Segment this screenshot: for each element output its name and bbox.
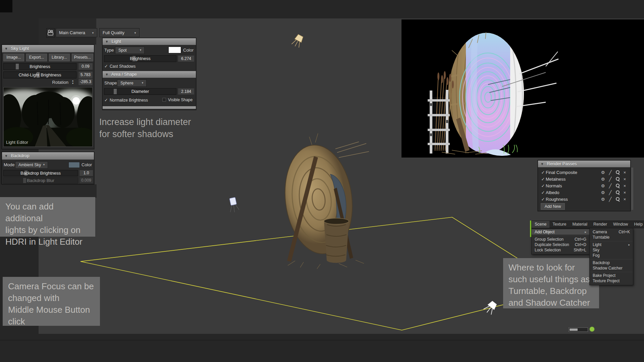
magnifier-icon[interactable]: [615, 183, 620, 188]
visible-shape-checkbox[interactable]: Visible Shape: [162, 98, 193, 102]
check-icon[interactable]: ✓: [540, 190, 546, 195]
target-model-3d[interactable]: [279, 133, 369, 269]
magnifier-icon[interactable]: [615, 177, 620, 181]
render-passes-header[interactable]: ▼ Render Passes: [538, 161, 630, 167]
gear-icon[interactable]: ⚙: [600, 197, 605, 202]
library-button[interactable]: Library...: [49, 54, 70, 61]
backdrop-panel-header[interactable]: ▼ Backdrop: [2, 152, 94, 160]
menu-item-label: Camera: [593, 229, 607, 235]
pencil-icon[interactable]: ╱: [608, 170, 613, 175]
light-panel: ▼ Light Type Spot ▼ Color Brightness 6.2…: [102, 38, 196, 110]
spot-light-gizmo-top[interactable]: [291, 34, 304, 48]
close-icon[interactable]: ×: [622, 170, 627, 175]
image-button[interactable]: Image...: [3, 54, 24, 61]
pass-row-roughness[interactable]: ✓ Roughness ⚙╱×: [538, 196, 630, 202]
rotation-value[interactable]: -285.3: [78, 78, 93, 85]
check-icon[interactable]: ✓: [540, 197, 546, 202]
menu-item-add-object[interactable]: Add Object ▸: [532, 229, 589, 235]
sky-brightness-slider[interactable]: Brightness: [3, 63, 76, 70]
collapsed-section-header[interactable]: [103, 106, 196, 109]
quality-select[interactable]: Full Quality ▼: [99, 28, 140, 37]
menu-item-texture-project[interactable]: Texture Project: [590, 278, 633, 284]
cast-shadows-checkbox[interactable]: ✓Cast Shadows: [104, 64, 136, 69]
normalize-brightness-checkbox[interactable]: ✓Normalize Brightness: [104, 98, 148, 103]
menu-texture[interactable]: Texture: [549, 221, 569, 228]
pencil-icon[interactable]: ╱: [608, 190, 613, 195]
area-shape-header[interactable]: ▼ Area / Shape: [103, 71, 196, 78]
check-icon[interactable]: ✓: [540, 183, 546, 188]
light-color-swatch[interactable]: [168, 47, 181, 53]
add-new-button[interactable]: Add New: [541, 203, 565, 210]
camera-select[interactable]: Main Camera ▼: [56, 28, 97, 37]
menu-item-light[interactable]: Light ▸: [590, 242, 633, 247]
slider-handle[interactable]: [16, 64, 19, 69]
menu-separator: [590, 259, 633, 259]
stepper-down-icon[interactable]: ▾: [70, 82, 75, 85]
magnifier-icon[interactable]: [615, 197, 620, 201]
menu-item-duplicate-selection[interactable]: Duplicate Selection Ctrl+D: [532, 242, 589, 247]
gear-icon[interactable]: ⚙: [600, 190, 605, 195]
camera-tool-button[interactable]: [46, 28, 55, 38]
menu-item-label: Light: [593, 242, 601, 247]
pencil-icon[interactable]: ╱: [608, 183, 613, 188]
hdri-preview[interactable]: Light Editor: [3, 87, 93, 147]
menu-item-turntable[interactable]: Turntable: [590, 235, 633, 240]
light-panel-header[interactable]: ▼ Light: [103, 38, 196, 45]
slider-handle[interactable]: [114, 89, 117, 94]
backdrop-brightness-slider[interactable]: Backdrop Brightness: [3, 170, 78, 176]
close-icon[interactable]: ×: [622, 177, 627, 182]
menu-item-sky[interactable]: Sky: [590, 247, 633, 253]
pass-label: Normals: [546, 183, 562, 188]
child-light-brightness-slider[interactable]: Child-Light Brightness: [3, 71, 76, 78]
close-icon[interactable]: ×: [622, 197, 627, 202]
menu-item-label: Lock Selection: [535, 247, 561, 253]
presets-button[interactable]: Presets...: [72, 54, 93, 61]
magnifier-icon[interactable]: [615, 170, 620, 175]
export-button[interactable]: Export...: [26, 54, 47, 61]
diameter-value[interactable]: 2.184: [178, 88, 195, 95]
menu-material[interactable]: Material: [569, 221, 590, 228]
gear-icon[interactable]: ⚙: [600, 183, 605, 188]
pass-row-albedo[interactable]: ✓ Albedo ⚙╱×: [538, 189, 630, 196]
area-light-gizmo-left[interactable]: [227, 197, 239, 213]
backdrop-brightness-value[interactable]: 1.0: [79, 170, 93, 176]
menu-window[interactable]: Window: [610, 221, 631, 228]
sky-light-panel-header[interactable]: ▼ Sky Light: [2, 45, 94, 52]
menu-render[interactable]: Render: [590, 221, 610, 228]
menu-help[interactable]: Help: [631, 221, 644, 228]
backdrop-color-swatch[interactable]: [68, 162, 80, 168]
check-icon[interactable]: ✓: [540, 170, 546, 175]
light-type-select[interactable]: Spot ▼: [115, 47, 145, 54]
pencil-icon[interactable]: ╱: [608, 197, 613, 202]
menu-item-bake-project[interactable]: Bake Project: [590, 273, 633, 278]
panel-title: Light: [112, 39, 121, 44]
close-icon[interactable]: ×: [622, 183, 627, 188]
menu-scene[interactable]: Scene: [532, 221, 549, 228]
light-brightness-value[interactable]: 6.274: [178, 55, 195, 62]
magnifier-icon[interactable]: [615, 190, 620, 195]
light-brightness-slider[interactable]: Brightness: [104, 55, 176, 62]
gear-icon[interactable]: ⚙: [600, 177, 605, 182]
rotation-stepper[interactable]: ▴ ▾: [70, 79, 75, 85]
check-icon[interactable]: ✓: [540, 177, 546, 182]
pass-row-metalness[interactable]: ✓ Metalness ⚙╱×: [538, 176, 630, 182]
menu-item-camera[interactable]: Camera Ctrl+K: [590, 229, 633, 235]
slider-label: Brightness: [130, 56, 150, 61]
backdrop-mode-select[interactable]: Ambient Sky ▼: [15, 161, 48, 169]
shape-select[interactable]: Sphere ▼: [117, 79, 147, 87]
gear-icon[interactable]: ⚙: [600, 170, 605, 175]
close-icon[interactable]: ×: [622, 190, 627, 195]
annotation-line: Middle Mouse Button: [8, 304, 95, 316]
child-light-brightness-value[interactable]: 5.783: [78, 71, 93, 78]
pass-row-final-composite[interactable]: ✓ Final Composite ⚙╱×: [538, 169, 630, 176]
pencil-icon[interactable]: ╱: [608, 177, 613, 182]
diameter-slider[interactable]: Diameter: [104, 88, 176, 95]
checkbox-empty[interactable]: [162, 98, 166, 102]
pass-row-normals[interactable]: ✓ Normals ⚙╱×: [538, 182, 630, 189]
menu-item-shadow-catcher[interactable]: Shadow Catcher: [590, 265, 633, 271]
menu-item-lock-selection[interactable]: Lock Selection Shift+L: [532, 247, 589, 253]
menu-item-fog[interactable]: Fog: [590, 253, 633, 258]
sky-brightness-value[interactable]: 0.09: [78, 63, 93, 70]
menu-item-group-selection[interactable]: Group Selection Ctrl+G: [532, 237, 589, 242]
menu-item-backdrop[interactable]: Backdrop: [590, 260, 633, 265]
